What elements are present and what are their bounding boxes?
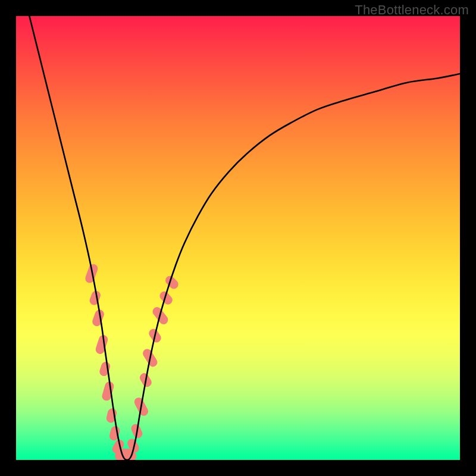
bottleneck-curve bbox=[29, 16, 460, 460]
data-marker bbox=[95, 334, 109, 355]
plot-area bbox=[16, 16, 460, 460]
marker-layer bbox=[84, 263, 180, 460]
chart-svg bbox=[16, 16, 460, 460]
data-marker bbox=[91, 308, 105, 327]
data-marker bbox=[98, 361, 111, 377]
chart-frame: TheBottleneck.com bbox=[0, 0, 476, 476]
data-marker bbox=[101, 381, 115, 402]
data-marker bbox=[89, 290, 102, 306]
watermark-label: TheBottleneck.com bbox=[355, 2, 469, 18]
